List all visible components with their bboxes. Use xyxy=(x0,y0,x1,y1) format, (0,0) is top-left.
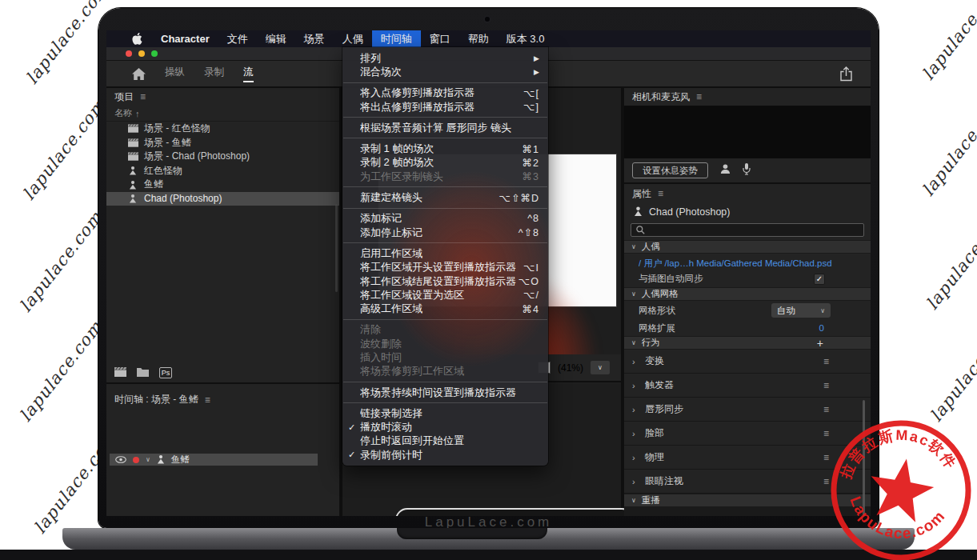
zoom-level-value[interactable]: (41%) xyxy=(558,362,583,374)
menu-item-label: 新建定格镜头 xyxy=(360,190,499,205)
menu-item[interactable]: 排列▶ xyxy=(342,51,548,65)
auto-sync-checkbox[interactable]: ✓ xyxy=(814,274,825,285)
close-window-button[interactable] xyxy=(126,50,132,57)
new-scene-icon[interactable] xyxy=(114,366,126,380)
menubar-item[interactable]: 帮助 xyxy=(459,30,498,47)
menu-shortcut: ⌥⇧⌘D xyxy=(499,192,539,204)
behavior-row[interactable]: ›触发器≡ xyxy=(624,374,871,398)
project-row[interactable]: 红色怪物 xyxy=(106,164,339,178)
project-row[interactable]: 场景 - Chad (Photoshop) xyxy=(106,150,339,164)
menu-item[interactable]: 高级工作区域⌘4 xyxy=(342,302,548,315)
mesh-shape-row: 网格形状 自动 ∨ xyxy=(624,301,871,320)
behavior-menu-icon[interactable]: ≡ xyxy=(823,404,829,415)
menu-item[interactable]: 添加停止标记^⇧8 xyxy=(342,226,548,239)
project-row[interactable]: Chad (Photoshop) xyxy=(106,192,339,206)
record-dot-icon[interactable] xyxy=(133,457,139,463)
project-row[interactable]: 场景 - 鱼鳍 xyxy=(106,136,339,150)
menu-item[interactable]: 将出点修剪到播放指示器⌥] xyxy=(342,100,548,114)
menu-item[interactable]: 停止时返回到开始位置 xyxy=(342,434,548,448)
menu-item[interactable]: 将场景持续时间设置到播放指示器 xyxy=(342,386,548,399)
set-rest-pose-button[interactable]: 设置休息姿势 xyxy=(632,162,708,178)
mesh-expand-value[interactable]: 0 xyxy=(819,323,824,333)
section-puppet-mesh[interactable]: ∨ 人偶网格 xyxy=(624,287,871,301)
menu-item[interactable]: 插入时间 xyxy=(342,350,548,364)
menu-item-label: 链接录制选择 xyxy=(360,406,539,421)
microphone-toggle-icon[interactable] xyxy=(743,163,751,178)
minimize-window-button[interactable] xyxy=(138,50,145,57)
zoom-dropdown[interactable]: ∨ xyxy=(591,361,610,374)
panel-menu-icon[interactable]: ≡ xyxy=(205,394,210,406)
property-search-input[interactable] xyxy=(631,223,864,237)
auto-sync-label: 与插图自动同步 xyxy=(639,273,703,285)
add-behavior-button[interactable]: + xyxy=(817,337,823,350)
menu-shortcut: ⌥[ xyxy=(523,87,539,99)
new-folder-icon[interactable] xyxy=(137,366,149,380)
menubar-app-name[interactable]: Character xyxy=(152,33,218,45)
panel-menu-icon[interactable]: ≡ xyxy=(140,91,146,102)
menu-item[interactable]: 将工作区域开头设置到播放指示器⌥I xyxy=(342,261,548,274)
section-behaviors[interactable]: ∨ 行为 + xyxy=(624,336,871,350)
menubar-item[interactable]: 场景 xyxy=(295,30,334,47)
menubar-item[interactable]: 时间轴 xyxy=(372,30,421,47)
menu-item[interactable]: 新建定格镜头⌥⇧⌘D xyxy=(342,190,548,204)
menubar-item[interactable]: 人偶 xyxy=(334,30,372,47)
menu-item[interactable]: 录制 1 帧的场次⌘1 xyxy=(342,142,548,155)
app-window: Character 文件编辑场景人偶时间轴窗口帮助版本 3.0 操纵录制流 xyxy=(106,30,871,516)
menu-item[interactable]: 根据场景音频计算 唇形同步 镜头 xyxy=(342,121,548,134)
menu-item[interactable]: ✓录制前倒计时 xyxy=(342,448,548,462)
workspace-tab[interactable]: 操纵 xyxy=(165,66,185,82)
menu-item[interactable]: 链接录制选择 xyxy=(342,406,548,420)
chevron-down-icon: ∨ xyxy=(820,307,825,314)
workspace-tab[interactable]: 录制 xyxy=(204,66,224,82)
menubar-item[interactable]: 编辑 xyxy=(257,30,295,47)
project-row[interactable]: 场景 - 红色怪物 xyxy=(106,122,339,136)
chevron-down-icon[interactable]: ∨ xyxy=(146,456,150,463)
eye-icon[interactable] xyxy=(115,455,126,465)
menu-item[interactable]: ✓播放时滚动 xyxy=(342,421,548,434)
puppet-icon xyxy=(157,454,165,466)
home-icon[interactable] xyxy=(132,68,146,80)
menu-item[interactable]: 波纹删除 xyxy=(342,337,548,350)
menubar-item[interactable]: 文件 xyxy=(218,30,257,47)
behavior-menu-icon[interactable]: ≡ xyxy=(823,356,829,367)
menu-item-label: 高级工作区域 xyxy=(360,302,523,316)
menu-separator xyxy=(343,208,547,209)
behavior-label: 脸部 xyxy=(645,426,664,440)
menu-item[interactable]: 将入点修剪到播放指示器⌥[ xyxy=(342,86,548,100)
menu-item-label: 插入时间 xyxy=(360,350,539,365)
behavior-row[interactable]: ›唇形同步≡ xyxy=(624,398,871,422)
laptop-notch xyxy=(397,528,547,539)
menu-item[interactable]: 添加标记^8 xyxy=(342,212,548,226)
menu-item[interactable]: 将工作区域设置为选区⌥/ xyxy=(342,288,548,302)
behavior-row[interactable]: ›变换≡ xyxy=(624,350,871,374)
menu-item[interactable]: 启用工作区域 xyxy=(342,246,548,260)
share-icon[interactable] xyxy=(839,66,853,85)
menu-item[interactable]: 清除 xyxy=(342,323,548,337)
panel-menu-icon[interactable]: ≡ xyxy=(658,188,663,199)
mesh-shape-select[interactable]: 自动 ∨ xyxy=(771,303,831,318)
photoshop-icon[interactable]: Ps xyxy=(159,367,172,378)
panel-menu-icon[interactable]: ≡ xyxy=(696,91,702,102)
menu-item[interactable]: 为工作区录制镜头⌘3 xyxy=(342,170,548,183)
source-path-link[interactable]: / 用户 /lap…h Media/Gathered Media/Chad.ps… xyxy=(639,258,832,270)
section-puppet[interactable]: ∨ 人偶 xyxy=(624,240,871,254)
puppet-icon xyxy=(634,206,643,218)
menu-item[interactable]: 录制 2 帧的场次⌘2 xyxy=(342,156,548,170)
workspace-tab[interactable]: 流 xyxy=(243,66,254,82)
zoom-window-button[interactable] xyxy=(151,50,158,57)
menu-item[interactable]: 将工作区域结尾设置到播放指示器⌥O xyxy=(342,274,548,288)
behavior-menu-icon[interactable]: ≡ xyxy=(823,380,829,391)
project-scrollbar[interactable] xyxy=(335,204,338,292)
project-row[interactable]: 鱼鳍 xyxy=(106,178,339,192)
name-column-header[interactable]: 名称 ↑ xyxy=(106,106,339,122)
chevron-right-icon: › xyxy=(632,381,645,390)
menu-item[interactable]: 将场景修剪到工作区域 xyxy=(342,365,548,378)
behavior-menu-icon[interactable]: ≡ xyxy=(823,428,829,439)
menu-item[interactable]: 混合场次▶ xyxy=(342,65,548,78)
apple-icon[interactable] xyxy=(122,33,152,45)
camera-toggle-icon[interactable] xyxy=(719,163,731,178)
menubar-item[interactable]: 窗口 xyxy=(421,30,459,47)
timeline-track[interactable]: ∨ 鱼鳍 xyxy=(110,454,318,466)
menubar-item[interactable]: 版本 3.0 xyxy=(498,30,554,47)
menu-shortcut: ⌘4 xyxy=(523,303,539,315)
